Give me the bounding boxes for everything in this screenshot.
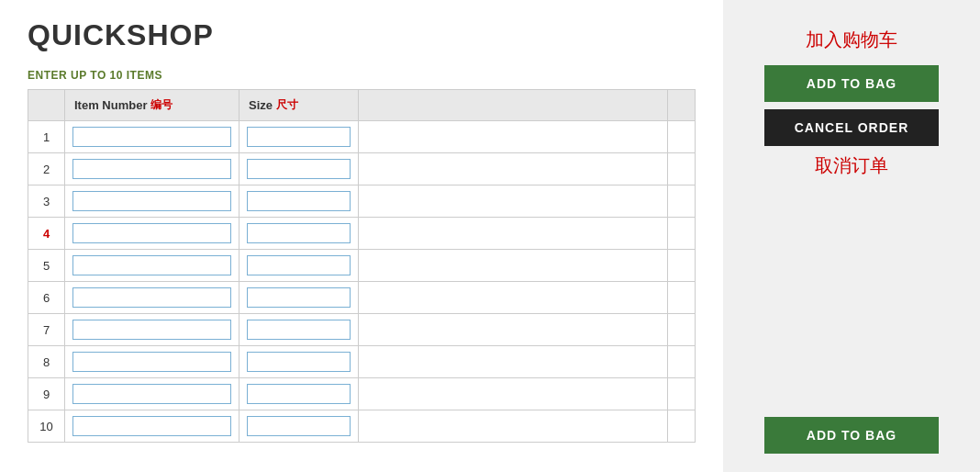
size-cell xyxy=(239,282,359,314)
extra-cell xyxy=(359,218,668,250)
extra-cell xyxy=(359,250,668,282)
size-cell xyxy=(239,346,359,378)
size-cell xyxy=(239,121,359,153)
size-input[interactable] xyxy=(247,255,351,275)
col-header-last xyxy=(668,90,696,121)
row-number-cell: 7 xyxy=(28,314,65,346)
item-number-cell xyxy=(65,410,239,443)
item-number-cell xyxy=(65,378,239,410)
last-cell xyxy=(668,153,696,185)
extra-cell xyxy=(359,185,668,218)
page-title: QUICKSHOP xyxy=(28,18,696,52)
last-cell xyxy=(668,250,696,282)
row-number-cell: 2 xyxy=(28,153,65,185)
last-cell xyxy=(668,410,696,443)
size-input[interactable] xyxy=(247,159,351,179)
item-number-cell xyxy=(65,314,239,346)
table-row: 8 xyxy=(28,346,696,378)
enter-label: ENTER UP TO 10 ITEMS xyxy=(28,69,696,82)
table-row: 4 xyxy=(28,218,696,250)
size-input[interactable] xyxy=(247,223,351,243)
main-panel: QUICKSHOP ENTER UP TO 10 ITEMS Item Numb… xyxy=(0,0,723,472)
size-input[interactable] xyxy=(247,384,351,404)
item-number-cell xyxy=(65,121,239,153)
extra-cell xyxy=(359,314,668,346)
item-number-cell xyxy=(65,346,239,378)
col-header-item: Item Number 编号 xyxy=(65,90,239,121)
size-cell xyxy=(239,378,359,410)
table-row: 1 xyxy=(28,121,696,153)
size-cell xyxy=(239,410,359,443)
size-cell xyxy=(239,314,359,346)
size-cell xyxy=(239,153,359,185)
row-number-cell: 4 xyxy=(28,218,65,250)
add-to-bag-button-bottom[interactable]: ADD TO BAG xyxy=(764,417,939,454)
table-row: 5 xyxy=(28,250,696,282)
extra-cell xyxy=(359,282,668,314)
size-input[interactable] xyxy=(247,127,351,147)
size-cell xyxy=(239,250,359,282)
row-number-cell: 10 xyxy=(28,410,65,443)
extra-cell xyxy=(359,410,668,443)
last-cell xyxy=(668,282,696,314)
item-number-input[interactable] xyxy=(72,352,231,372)
table-row: 7 xyxy=(28,314,696,346)
quickshop-table: Item Number 编号 Size 尺寸 12345678910 xyxy=(28,89,696,443)
col-header-extra xyxy=(359,90,668,121)
cancel-order-button[interactable]: CANCEL ORDER xyxy=(764,109,939,146)
item-number-input[interactable] xyxy=(72,159,231,179)
row-number-cell: 8 xyxy=(28,346,65,378)
right-panel: 加入购物车 ADD TO BAG CANCEL ORDER 取消订单 ADD T… xyxy=(723,0,980,472)
add-to-bag-button-top[interactable]: ADD TO BAG xyxy=(764,65,939,102)
last-cell xyxy=(668,121,696,153)
item-number-input[interactable] xyxy=(72,191,231,211)
item-number-cell xyxy=(65,282,239,314)
add-to-bag-chinese-label: 加入购物车 xyxy=(806,28,897,52)
item-number-input[interactable] xyxy=(72,384,231,404)
item-number-cell xyxy=(65,250,239,282)
extra-cell xyxy=(359,346,668,378)
item-number-cell xyxy=(65,185,239,218)
table-row: 3 xyxy=(28,185,696,218)
size-input[interactable] xyxy=(247,191,351,211)
size-input[interactable] xyxy=(247,287,351,308)
item-number-input[interactable] xyxy=(72,223,231,243)
table-row: 6 xyxy=(28,282,696,314)
row-number-cell: 5 xyxy=(28,250,65,282)
table-row: 9 xyxy=(28,378,696,410)
row-number-cell: 6 xyxy=(28,282,65,314)
col-header-size: Size 尺寸 xyxy=(239,90,359,121)
item-number-input[interactable] xyxy=(72,127,231,147)
last-cell xyxy=(668,185,696,218)
table-row: 10 xyxy=(28,410,696,443)
row-number-cell: 3 xyxy=(28,185,65,218)
table-row: 2 xyxy=(28,153,696,185)
size-cell xyxy=(239,185,359,218)
item-number-input[interactable] xyxy=(72,416,231,436)
item-number-input[interactable] xyxy=(72,320,231,340)
item-number-input[interactable] xyxy=(72,255,231,275)
col-header-num xyxy=(28,90,65,121)
size-input[interactable] xyxy=(247,416,351,436)
size-input[interactable] xyxy=(247,352,351,372)
last-cell xyxy=(668,218,696,250)
item-number-cell xyxy=(65,153,239,185)
size-input[interactable] xyxy=(247,320,351,340)
cancel-order-chinese-label: 取消订单 xyxy=(815,153,888,178)
extra-cell xyxy=(359,378,668,410)
row-number-cell: 9 xyxy=(28,378,65,410)
row-number-cell: 1 xyxy=(28,121,65,153)
last-cell xyxy=(668,314,696,346)
size-cell xyxy=(239,218,359,250)
extra-cell xyxy=(359,121,668,153)
last-cell xyxy=(668,346,696,378)
extra-cell xyxy=(359,153,668,185)
item-number-input[interactable] xyxy=(72,287,231,308)
last-cell xyxy=(668,378,696,410)
item-number-cell xyxy=(65,218,239,250)
